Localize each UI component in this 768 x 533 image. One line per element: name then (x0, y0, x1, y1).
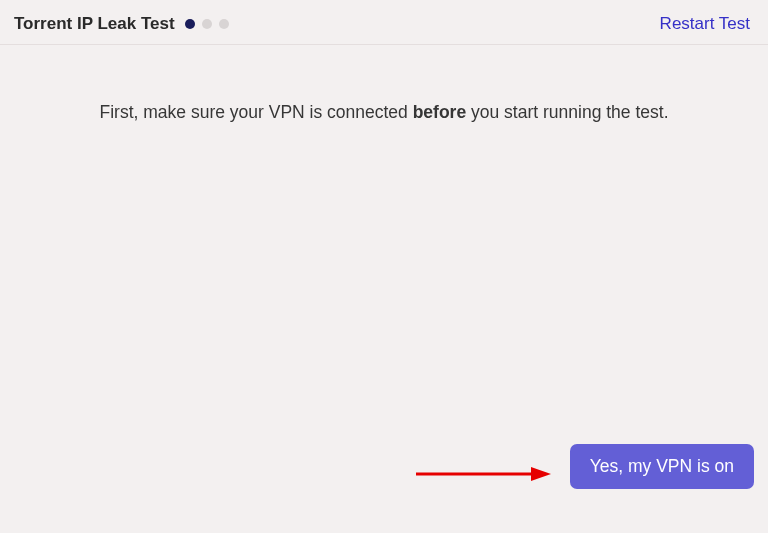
arrow-icon (413, 464, 553, 484)
restart-link[interactable]: Restart Test (660, 14, 750, 34)
title-group: Torrent IP Leak Test (14, 14, 229, 34)
instruction-prefix: First, make sure your VPN is connected (100, 102, 413, 122)
svg-marker-1 (531, 467, 551, 481)
confirm-vpn-button[interactable]: Yes, my VPN is on (570, 444, 754, 489)
instruction-text: First, make sure your VPN is connected b… (0, 100, 768, 125)
step-dot-1 (185, 19, 195, 29)
header-bar: Torrent IP Leak Test Restart Test (0, 0, 768, 45)
page-title: Torrent IP Leak Test (14, 14, 175, 34)
step-indicator (185, 19, 229, 29)
instruction-bold: before (413, 102, 466, 122)
step-dot-2 (202, 19, 212, 29)
step-dot-3 (219, 19, 229, 29)
instruction-suffix: you start running the test. (466, 102, 668, 122)
